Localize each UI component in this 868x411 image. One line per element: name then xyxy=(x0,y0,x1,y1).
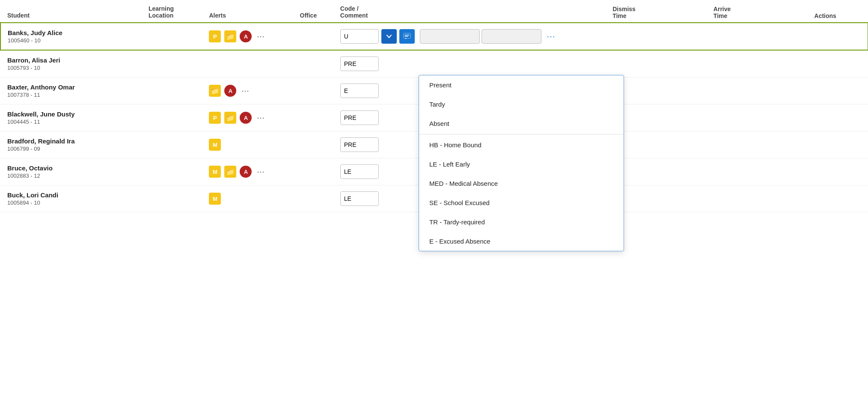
alerts-more-button[interactable]: ⋯ xyxy=(255,31,267,42)
learning-cell xyxy=(142,50,202,77)
dropdown-divider xyxy=(419,134,624,134)
comment-icon xyxy=(403,33,411,40)
table-header-row: Student Learning Location Alerts Office … xyxy=(0,0,868,23)
alerts-cell: M 📁 A ⋯ xyxy=(202,158,293,185)
code-input[interactable] xyxy=(340,57,379,71)
alert-folder-badge: 📁 xyxy=(224,166,236,178)
alert-a-badge: A xyxy=(240,166,252,178)
alert-m-badge: M xyxy=(209,166,221,178)
learning-cell xyxy=(142,77,202,104)
svg-rect-1 xyxy=(404,33,410,38)
alert-p-badge: P xyxy=(209,112,221,124)
code-cell: ⋯ xyxy=(333,23,606,50)
alert-a-badge: A xyxy=(240,112,252,124)
student-id: 1002883 - 12 xyxy=(7,173,135,179)
student-name: Bruce, Octavio xyxy=(7,164,135,172)
arrive-cell xyxy=(707,185,808,212)
code-input[interactable] xyxy=(340,191,379,206)
office-cell xyxy=(293,50,333,77)
office-cell xyxy=(293,185,333,212)
student-name: Bradford, Reginald Ira xyxy=(7,137,135,145)
code-input[interactable] xyxy=(340,164,379,179)
alert-folder-badge: 📁 xyxy=(224,30,236,42)
dropdown-item-present[interactable]: Present xyxy=(419,75,624,95)
comment-button[interactable] xyxy=(399,29,415,44)
col-header-student: Student xyxy=(0,0,142,23)
actions-cell xyxy=(808,185,868,212)
dropdown-item-tr[interactable]: TR - Tardy-required xyxy=(419,212,624,232)
alerts-cell: M xyxy=(202,185,293,212)
arrive-cell xyxy=(707,50,808,77)
row-more-button[interactable]: ⋯ xyxy=(545,30,558,42)
code-dropdown-menu: Present Tardy Absent HB - Home Bound LE … xyxy=(419,75,624,251)
dropdown-item-le[interactable]: LE - Left Early xyxy=(419,155,624,174)
col-header-alerts: Alerts xyxy=(202,0,293,23)
actions-cell xyxy=(808,77,868,104)
chevron-down-icon xyxy=(386,35,392,38)
alert-folder-badge: 📁 xyxy=(209,85,221,97)
student-id: 1004445 - 11 xyxy=(7,119,135,125)
student-cell: Bruce, Octavio 1002883 - 12 xyxy=(0,158,142,185)
actions-cell xyxy=(808,104,868,131)
dropdown-item-hb[interactable]: HB - Home Bound xyxy=(419,135,624,155)
dropdown-item-med[interactable]: MED - Medical Absence xyxy=(419,174,624,193)
code-input[interactable] xyxy=(340,29,379,44)
alert-folder-badge: 📁 xyxy=(224,112,236,124)
learning-cell xyxy=(142,131,202,158)
student-cell: Baxter, Anthony Omar 1007378 - 11 xyxy=(0,77,142,104)
arrive-cell xyxy=(707,77,808,104)
code-cell xyxy=(333,50,606,77)
student-id: 1005793 - 10 xyxy=(7,65,135,71)
arrive-time-input[interactable] xyxy=(482,29,541,44)
student-name: Baxter, Anthony Omar xyxy=(7,83,135,91)
student-name: Blackwell, June Dusty xyxy=(7,110,135,118)
alerts-cell: P 📁 A ⋯ xyxy=(202,23,293,50)
col-header-arrive: Arrive Time xyxy=(707,0,808,23)
dropdown-item-se[interactable]: SE - School Excused xyxy=(419,193,624,212)
dropdown-item-e[interactable]: E - Excused Absence xyxy=(419,232,624,251)
table-row: Banks, Judy Alice 1005460 - 10 P 📁 A ⋯ xyxy=(0,23,868,50)
dismiss-time-input[interactable] xyxy=(420,29,480,44)
arrive-cell xyxy=(707,131,808,158)
learning-cell xyxy=(142,104,202,131)
col-header-learning: Learning Location xyxy=(142,0,202,23)
student-name: Banks, Judy Alice xyxy=(8,29,135,36)
alerts-more-button[interactable]: ⋯ xyxy=(240,85,252,96)
student-name: Barron, Alisa Jeri xyxy=(7,57,135,64)
main-container: Student Learning Location Alerts Office … xyxy=(0,0,868,411)
alert-p-badge: P xyxy=(209,30,221,42)
student-cell: Bradford, Reginald Ira 1006799 - 09 xyxy=(0,131,142,158)
col-header-actions: Actions xyxy=(808,0,868,23)
code-input[interactable] xyxy=(340,137,379,152)
student-id: 1005894 - 10 xyxy=(7,200,135,206)
alerts-cell: P 📁 A ⋯ xyxy=(202,104,293,131)
learning-cell xyxy=(142,23,202,50)
learning-cell xyxy=(142,158,202,185)
code-input[interactable] xyxy=(340,110,379,125)
actions-cell xyxy=(808,158,868,185)
student-cell: Blackwell, June Dusty 1004445 - 11 xyxy=(0,104,142,131)
col-header-code: Code / Comment xyxy=(333,0,606,23)
learning-cell xyxy=(142,185,202,212)
arrive-cell xyxy=(707,104,808,131)
alerts-cell: 📁 A ⋯ xyxy=(202,77,293,104)
office-cell xyxy=(293,23,333,50)
dropdown-item-absent[interactable]: Absent xyxy=(419,114,624,133)
code-input[interactable] xyxy=(340,83,379,98)
alerts-more-button[interactable]: ⋯ xyxy=(255,112,267,123)
dropdown-item-tardy[interactable]: Tardy xyxy=(419,95,624,114)
student-cell: Banks, Judy Alice 1005460 - 10 xyxy=(0,23,142,50)
dismiss-cell xyxy=(606,50,707,77)
alert-a-badge: A xyxy=(240,30,252,42)
office-cell xyxy=(293,158,333,185)
student-cell: Barron, Alisa Jeri 1005793 - 10 xyxy=(0,50,142,77)
student-cell: Buck, Lori Candi 1005894 - 10 xyxy=(0,185,142,212)
student-name: Buck, Lori Candi xyxy=(7,191,135,199)
alerts-more-button[interactable]: ⋯ xyxy=(255,166,267,177)
student-id: 1006799 - 09 xyxy=(7,146,135,152)
code-dropdown-button[interactable] xyxy=(381,29,397,44)
arrive-cell xyxy=(707,158,808,185)
student-id: 1007378 - 11 xyxy=(7,92,135,98)
col-header-dismiss: Dismiss Time xyxy=(606,0,707,23)
student-id: 1005460 - 10 xyxy=(8,37,135,44)
